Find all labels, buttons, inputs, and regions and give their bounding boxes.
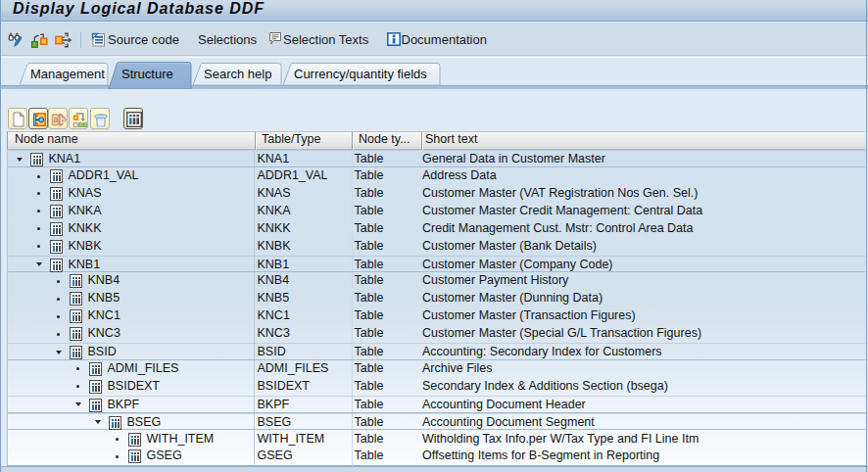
svg-text:b: b [61, 116, 66, 125]
svg-text:Search help: Search help [204, 67, 271, 81]
svg-text:Management: Management [30, 67, 105, 81]
svg-text:Currency/quantity fields: Currency/quantity fields [294, 67, 427, 81]
svg-text:Structure: Structure [121, 67, 173, 81]
svg-text:a: a [54, 115, 59, 124]
